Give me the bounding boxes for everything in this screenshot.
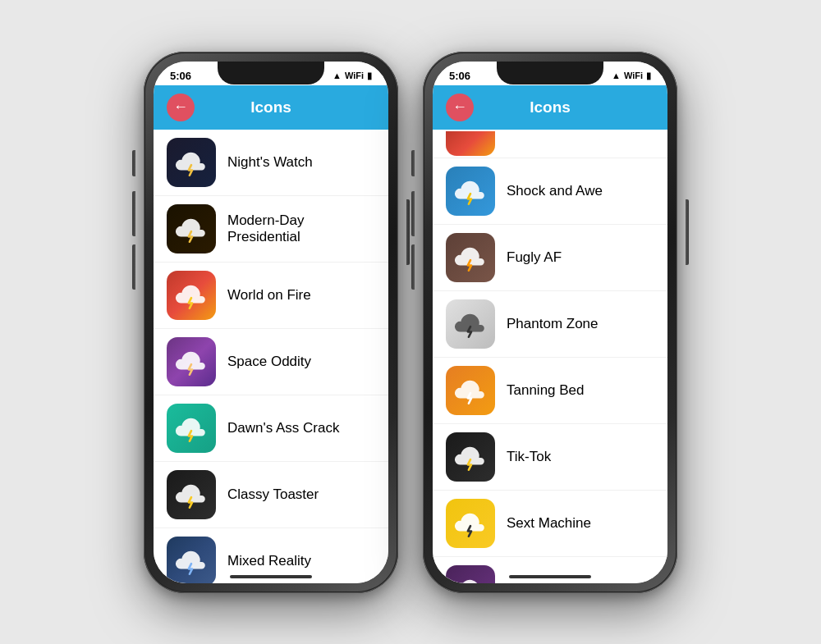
- list-item[interactable]: Mirror Universe: [433, 557, 667, 583]
- list-item[interactable]: Tanning Bed: [433, 358, 667, 424]
- home-indicator-1: [230, 575, 312, 578]
- app-icon-fugly-af: [446, 233, 495, 282]
- app-icon-tanning-bed: [446, 366, 495, 415]
- phone-1: 5:06 ▲ WiFi ▮ ← Icons: [144, 52, 398, 593]
- phone-1-frame: 5:06 ▲ WiFi ▮ ← Icons: [144, 52, 398, 593]
- list-item[interactable]: Classy Toaster: [154, 462, 388, 528]
- app-icon-partial: [446, 131, 495, 156]
- phone-2-screen: 5:06 ▲ WiFi ▮ ← Icons: [433, 62, 667, 583]
- phones-container: 5:06 ▲ WiFi ▮ ← Icons: [144, 52, 677, 593]
- notch-2: [497, 62, 603, 84]
- nav-bar-1: ← Icons: [154, 85, 388, 130]
- app-icon-phantom-zone: [446, 299, 495, 349]
- item-name: Mixed Reality: [227, 553, 311, 569]
- list-item[interactable]: Fugly AF: [433, 225, 667, 291]
- item-name: Sext Machine: [507, 515, 591, 532]
- wifi-icon: WiFi: [624, 71, 643, 80]
- item-name: Tik-Tok: [507, 449, 551, 465]
- notch-1: [218, 62, 324, 84]
- item-name: Tanning Bed: [507, 382, 585, 399]
- list-item[interactable]: Sext Machine: [433, 491, 667, 557]
- phone-2-frame: 5:06 ▲ WiFi ▮ ← Icons: [423, 52, 677, 593]
- wifi-icon: WiFi: [345, 71, 364, 80]
- app-icon-nights-watch: [167, 138, 216, 187]
- power-button-2: [686, 199, 689, 265]
- volume-up-button: [132, 191, 135, 236]
- signal-icon: ▲: [612, 71, 621, 80]
- item-name: World on Fire: [227, 287, 311, 304]
- nav-bar-2: ← Icons: [433, 85, 667, 130]
- app-icon-mixed-reality: [167, 537, 216, 583]
- app-icon-sext-machine: [446, 499, 495, 548]
- status-time-2: 5:06: [449, 70, 470, 82]
- item-name: Classy Toaster: [227, 486, 319, 503]
- volume-down-button: [132, 244, 135, 290]
- app-icon-dawns-ass-crack: [167, 404, 216, 453]
- status-time-1: 5:06: [170, 70, 191, 82]
- list-2: Shock and Awe Fugly AF Pha: [433, 130, 667, 583]
- item-name: Mirror Universe: [507, 582, 602, 583]
- app-icon-tik-tok: [446, 432, 495, 482]
- nav-title-1: Icons: [167, 98, 375, 116]
- status-icons-1: ▲ WiFi ▮: [333, 71, 372, 81]
- app-icon-world-on-fire: [167, 271, 216, 320]
- app-icon-presidential: [167, 204, 216, 253]
- list-item[interactable]: Phantom Zone: [433, 291, 667, 358]
- nav-title-2: Icons: [446, 98, 654, 116]
- battery-icon: ▮: [646, 71, 651, 81]
- volume-down-button-2: [411, 244, 415, 290]
- list-item-partial[interactable]: [433, 130, 667, 158]
- list-item[interactable]: World on Fire: [154, 263, 388, 329]
- list-item[interactable]: Space Oddity: [154, 329, 388, 395]
- app-icon-mirror-universe: [446, 565, 495, 583]
- home-indicator-2: [509, 575, 591, 578]
- volume-up-button-2: [411, 191, 415, 236]
- list-item[interactable]: Night's Watch: [154, 130, 388, 196]
- phone-2: 5:06 ▲ WiFi ▮ ← Icons: [423, 52, 677, 593]
- app-icon-classy-toaster: [167, 470, 216, 519]
- item-name: Shock and Awe: [507, 183, 603, 199]
- item-name: Phantom Zone: [507, 316, 599, 332]
- signal-icon: ▲: [333, 71, 342, 80]
- phone-1-screen: 5:06 ▲ WiFi ▮ ← Icons: [154, 62, 388, 583]
- mute-button: [132, 150, 135, 176]
- list-item[interactable]: Modern-Day Presidential: [154, 196, 388, 263]
- list-item[interactable]: Dawn's Ass Crack: [154, 395, 388, 462]
- app-icon-space-oddity: [167, 337, 216, 386]
- item-name: Night's Watch: [227, 154, 313, 171]
- item-name: Fugly AF: [507, 249, 562, 266]
- item-name: Modern-Day Presidential: [227, 212, 375, 245]
- power-button-1: [406, 199, 410, 265]
- battery-icon: ▮: [367, 71, 372, 81]
- item-name: Dawn's Ass Crack: [227, 420, 339, 436]
- list-item[interactable]: Tik-Tok: [433, 424, 667, 491]
- status-icons-2: ▲ WiFi ▮: [612, 71, 651, 81]
- app-icon-shock-and-awe: [446, 167, 495, 216]
- list-item[interactable]: Shock and Awe: [433, 158, 667, 225]
- item-name: Space Oddity: [227, 354, 311, 370]
- mute-button-2: [411, 150, 415, 176]
- list-1: Night's Watch Modern-Day Presidential: [154, 130, 388, 583]
